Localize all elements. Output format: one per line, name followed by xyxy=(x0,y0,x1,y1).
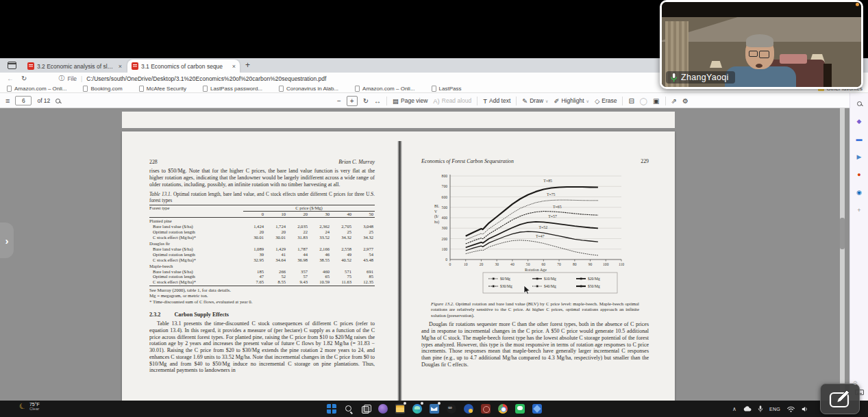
start-icon[interactable] xyxy=(327,404,336,414)
tools-icon[interactable]: ▬ xyxy=(854,134,864,144)
pdf-scrollbar[interactable] xyxy=(840,108,845,401)
paragraph: Douglas fir rotations sequester more C t… xyxy=(421,321,649,368)
bookmark-label: LastPass xyxy=(439,86,462,92)
bookmark-item[interactable]: Amazon.com – Onli... xyxy=(7,86,66,92)
search-icon[interactable] xyxy=(344,404,354,414)
discover-icon[interactable]: ◆ xyxy=(854,116,864,126)
tab-economic-analysis[interactable]: 3.2 Economic analysis of slash p × xyxy=(23,60,126,73)
pdf-viewport[interactable]: 228 Brian C. Murray rises to $50/Mg. Not… xyxy=(0,108,850,401)
mouse-cursor xyxy=(523,285,532,299)
erase-button[interactable]: ◇Erase xyxy=(595,97,617,105)
svg-text:0: 0 xyxy=(449,262,451,266)
zoom-out-icon[interactable]: − xyxy=(337,97,341,105)
language-indicator[interactable]: ENG xyxy=(769,407,780,412)
cell-value: 12.35 xyxy=(353,279,375,285)
tray-chevron-up-icon[interactable]: ∧ xyxy=(732,406,736,412)
divider xyxy=(477,97,478,105)
tab-close-icon[interactable]: × xyxy=(119,63,122,70)
back-icon[interactable]: ← xyxy=(7,75,14,82)
svg-text:60: 60 xyxy=(542,262,546,266)
save-icon[interactable]: ◯ xyxy=(640,97,647,105)
new-tab-button[interactable]: + xyxy=(245,60,250,70)
pen-icon xyxy=(828,389,852,409)
cortana-icon[interactable] xyxy=(378,404,388,414)
table-of-contents-icon[interactable]: ≡ xyxy=(5,97,10,105)
fullscreen-icon[interactable]: ⇗ xyxy=(671,97,677,105)
erase-label: Erase xyxy=(602,97,617,104)
bookmark-item[interactable]: McAfee Security xyxy=(139,86,186,92)
svg-text:30: 30 xyxy=(495,262,499,266)
page-icon xyxy=(279,86,284,92)
bookmark-item[interactable]: Coronavirus in Alab... xyxy=(279,86,338,92)
print-icon[interactable]: ⊟ xyxy=(628,97,634,105)
page-view-button[interactable]: ▤Page view xyxy=(393,97,427,105)
page-view-icon: ▤ xyxy=(393,97,399,105)
chrome-icon[interactable] xyxy=(498,404,508,414)
bookmark-label: Coronavirus in Alab... xyxy=(286,86,338,92)
chevron-down-icon[interactable]: ∨ xyxy=(586,99,589,103)
file-explorer-icon[interactable] xyxy=(395,404,405,414)
fit-to-width-icon[interactable]: ↔ xyxy=(374,97,381,105)
volume-icon[interactable] xyxy=(802,406,809,412)
divider: | xyxy=(81,75,82,82)
bookmark-item[interactable]: Amazon.com – Onli... xyxy=(355,86,414,92)
cell-value: 2,362 xyxy=(309,224,331,229)
outlook-icon[interactable]: ◉ xyxy=(854,188,864,197)
bookmark-item[interactable]: LastPass xyxy=(432,86,462,92)
read-aloud-button[interactable]: A)Read aloud xyxy=(433,97,471,105)
running-author: Brian C. Murray xyxy=(338,159,375,165)
task-view-icon[interactable] xyxy=(361,404,371,414)
pdf-toolbar-left: ≡ 6 of 12 xyxy=(5,93,60,108)
chat-icon[interactable] xyxy=(515,404,525,414)
window-menu-icon[interactable] xyxy=(8,62,16,69)
row-label: Bare land value ($/ha) xyxy=(149,247,243,252)
app-red-icon[interactable] xyxy=(481,404,491,414)
annotation-pen-button[interactable]: ⚙ xyxy=(820,383,860,414)
refresh-icon[interactable]: ↻ xyxy=(21,75,27,82)
add-text-button[interactable]: TAdd text xyxy=(483,97,510,105)
mail-icon[interactable] xyxy=(430,404,439,414)
column-header: 40 xyxy=(331,212,353,217)
url-text[interactable]: C:/Users/south/OneDrive/Desktop/3.1%20Ec… xyxy=(86,75,326,82)
highlight-button[interactable]: ✐Highlight∨ xyxy=(554,97,588,105)
webcam-overlay[interactable]: ZhangYaoqi xyxy=(660,0,863,89)
save-as-icon[interactable]: ▣ xyxy=(653,97,659,105)
info-icon[interactable]: ⓘ xyxy=(58,74,64,83)
section-number: 2.3.2 xyxy=(149,312,160,318)
tab-economics-of-carbon[interactable]: 3.1 Economics of carbon seque × xyxy=(127,60,240,73)
zoom-in-icon[interactable]: + xyxy=(347,96,358,106)
microphone-tray-icon[interactable] xyxy=(758,405,763,413)
add-icon[interactable]: + xyxy=(854,205,864,215)
tab-close-icon[interactable]: × xyxy=(232,63,236,70)
bookmark-item[interactable]: LastPass password... xyxy=(203,86,262,92)
cell-value: 24 xyxy=(309,229,331,235)
app-blue-icon[interactable] xyxy=(464,404,473,414)
expand-panel-handle[interactable]: › xyxy=(0,223,14,258)
figure-caption: Figure 13.2. Optimal rotation and bare l… xyxy=(421,301,649,318)
chevron-down-icon[interactable]: ∨ xyxy=(545,99,548,103)
pdf-scrollbar-thumb[interactable] xyxy=(840,218,845,249)
camera-app-icon[interactable] xyxy=(447,404,456,414)
weather-widget[interactable]: ☾ 75°F Clear xyxy=(19,402,40,412)
cell-value: 75 xyxy=(331,274,353,279)
photos-icon[interactable] xyxy=(532,404,542,414)
cell-value: 460 xyxy=(309,269,331,275)
table-group-row: Maple-beech xyxy=(149,263,375,269)
cell-value: 25 xyxy=(331,229,353,235)
settings-icon[interactable]: ⚙ xyxy=(682,97,689,105)
onedrive-icon[interactable] xyxy=(743,406,752,412)
search-icon[interactable] xyxy=(854,99,864,108)
page-number-input[interactable]: 6 xyxy=(15,96,32,105)
group-name: Maple-beech xyxy=(149,263,375,269)
table-row: C stock effect (Mg/ha)*30.0130.0131.8333… xyxy=(149,235,375,240)
svg-text:ha): ha) xyxy=(434,220,439,225)
bookmark-item[interactable]: Booking.com xyxy=(83,86,122,92)
games-icon[interactable]: ▶ xyxy=(854,152,864,162)
draw-button[interactable]: ✎Draw∨ xyxy=(522,97,548,105)
office-icon[interactable]: ● xyxy=(854,170,864,179)
wifi-icon[interactable] xyxy=(786,406,795,412)
search-document-icon[interactable] xyxy=(55,99,60,103)
rotate-icon[interactable]: ↻ xyxy=(363,97,369,105)
edge-icon[interactable] xyxy=(412,404,422,414)
footnote: * Time-discounted sum of C flows, evalua… xyxy=(149,299,375,305)
